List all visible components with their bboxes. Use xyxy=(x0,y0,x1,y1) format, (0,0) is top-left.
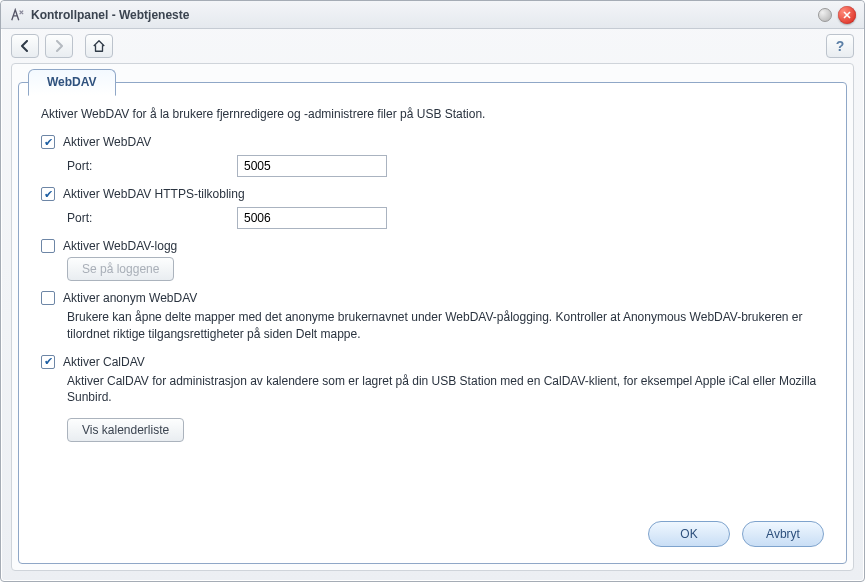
home-button[interactable] xyxy=(85,34,113,58)
content-outer: WebDAV Aktiver WebDAV for å la brukere f… xyxy=(11,63,854,571)
row-https-port: Port: xyxy=(67,207,824,229)
row-enable-caldav: Aktiver CalDAV xyxy=(41,355,824,369)
checkbox-enable-webdav[interactable] xyxy=(41,135,55,149)
label-enable-https: Aktiver WebDAV HTTPS-tilkobling xyxy=(63,187,245,201)
label-enable-anon: Aktiver anonym WebDAV xyxy=(63,291,197,305)
toolbar: ? xyxy=(1,29,864,63)
label-https-port: Port: xyxy=(67,211,237,225)
titlebar: Kontrollpanel - Webtjeneste xyxy=(1,1,864,29)
footer-buttons: OK Avbryt xyxy=(648,521,824,547)
label-enable-webdav: Aktiver WebDAV xyxy=(63,135,151,149)
forward-button[interactable] xyxy=(45,34,73,58)
intro-text: Aktiver WebDAV for å la brukere fjernred… xyxy=(41,107,824,121)
tab-panel: WebDAV Aktiver WebDAV for å la brukere f… xyxy=(18,70,847,564)
window-title: Kontrollpanel - Webtjeneste xyxy=(31,8,818,22)
view-calendar-list-button[interactable]: Vis kalenderliste xyxy=(67,418,184,442)
row-enable-log: Aktiver WebDAV-logg xyxy=(41,239,824,253)
window-root: Kontrollpanel - Webtjeneste ? WebDAV Akt… xyxy=(0,0,865,582)
label-enable-log: Aktiver WebDAV-logg xyxy=(63,239,177,253)
view-logs-button[interactable]: Se på loggene xyxy=(67,257,174,281)
input-https-port[interactable] xyxy=(237,207,387,229)
tab-webdav[interactable]: WebDAV xyxy=(28,69,116,96)
checkbox-enable-https[interactable] xyxy=(41,187,55,201)
checkbox-enable-anon[interactable] xyxy=(41,291,55,305)
app-icon xyxy=(9,7,25,23)
help-button[interactable]: ? xyxy=(826,34,854,58)
checkbox-enable-log[interactable] xyxy=(41,239,55,253)
label-enable-caldav: Aktiver CalDAV xyxy=(63,355,145,369)
close-button[interactable] xyxy=(838,6,856,24)
hint-anon: Brukere kan åpne delte mapper med det an… xyxy=(67,309,824,343)
minimize-button[interactable] xyxy=(818,8,832,22)
row-webdav-port: Port: xyxy=(67,155,824,177)
row-enable-anon: Aktiver anonym WebDAV xyxy=(41,291,824,305)
cancel-button[interactable]: Avbryt xyxy=(742,521,824,547)
label-webdav-port: Port: xyxy=(67,159,237,173)
row-enable-webdav: Aktiver WebDAV xyxy=(41,135,824,149)
input-webdav-port[interactable] xyxy=(237,155,387,177)
hint-caldav: Aktiver CalDAV for administrasjon av kal… xyxy=(67,373,824,407)
ok-button[interactable]: OK xyxy=(648,521,730,547)
back-button[interactable] xyxy=(11,34,39,58)
row-enable-https: Aktiver WebDAV HTTPS-tilkobling xyxy=(41,187,824,201)
checkbox-enable-caldav[interactable] xyxy=(41,355,55,369)
webdav-panel: Aktiver WebDAV for å la brukere fjernred… xyxy=(18,82,847,564)
